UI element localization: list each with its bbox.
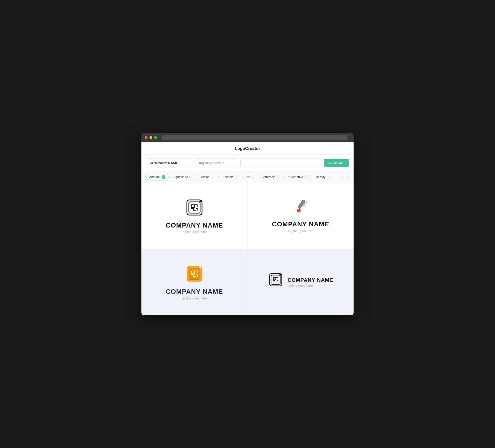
category-beauty-label: Beauty	[316, 175, 325, 179]
url-bar[interactable]	[162, 135, 347, 140]
category-airline[interactable]: Airline ✓	[198, 174, 218, 180]
logo-1-company-name: COMPANY NAME	[166, 222, 223, 229]
maximize-button[interactable]	[154, 136, 157, 139]
attorney-check-icon: ✓	[276, 175, 280, 179]
app-title: LogoCreator	[235, 146, 260, 151]
app-header: LogoCreator	[141, 142, 354, 155]
logo-2-company-name: COMPANY NAME	[272, 221, 329, 228]
logo-2-tagline: tagline goes here	[288, 229, 313, 233]
category-art-label: Art	[246, 175, 250, 179]
category-bar: Abstract ✓ Agriculture ✓ Airline ✓ Anima…	[141, 171, 354, 183]
logo-4-company-name: COMPANY NAME	[288, 277, 333, 283]
company-name-input[interactable]	[146, 158, 193, 168]
logo-icon-4	[268, 272, 283, 288]
agriculture-check-icon: ✓	[189, 175, 193, 179]
tagline-input[interactable]	[196, 158, 238, 168]
logo-card-3[interactable]: COMPANY NAME tagline goes here	[141, 249, 248, 315]
logo-3-company-name: COMPANY NAME	[166, 288, 223, 295]
category-beauty[interactable]: Beauty	[313, 174, 328, 180]
logo-icon-2	[290, 199, 311, 217]
category-agriculture-label: Agriculture	[174, 175, 188, 179]
logo-card-1[interactable]: COMPANY NAME tagline goes here	[141, 183, 248, 249]
close-button[interactable]	[145, 136, 148, 139]
logo-icon-3	[185, 264, 204, 284]
category-attorney-label: Attorney	[263, 175, 275, 179]
art-check-icon: ✓	[251, 175, 255, 179]
titlebar	[141, 133, 354, 142]
style-input[interactable]	[240, 158, 322, 168]
logo-3-tagline: tagline goes here	[182, 296, 207, 300]
category-animals-label: Animals	[222, 175, 233, 179]
logo-1-tagline: tagline goes here	[182, 230, 207, 234]
category-agriculture[interactable]: Agriculture ✓	[170, 174, 196, 180]
logo-grid: COMPANY NAME tagline goes here	[141, 183, 354, 315]
logo-4-text-group: COMPANY NAME tagline goes here	[288, 277, 333, 287]
categories-next-button[interactable]: →	[342, 174, 349, 180]
app-content: LogoCreator SEARCH Abstract ✓ Agricultur…	[141, 142, 354, 315]
logo-card-2[interactable]: COMPANY NAME tagline goes here	[248, 183, 354, 249]
category-attorney[interactable]: Attorney ✓	[260, 174, 283, 180]
category-art[interactable]: Art ✓	[243, 174, 258, 180]
minimize-button[interactable]	[150, 136, 152, 139]
category-airline-label: Airline	[201, 175, 209, 179]
category-automotive[interactable]: Automotive ✓	[285, 174, 311, 180]
logo-icon-1	[185, 198, 204, 218]
category-automotive-label: Automotive	[288, 175, 303, 179]
logo-card-4[interactable]: COMPANY NAME tagline goes here	[248, 249, 354, 315]
logo-4-tagline: tagline goes here	[288, 284, 333, 287]
search-bar: SEARCH	[141, 155, 354, 171]
search-button[interactable]: SEARCH	[324, 159, 349, 167]
category-animals[interactable]: Animals ✓	[220, 174, 241, 180]
animals-check-icon: ✓	[234, 175, 238, 179]
svg-point-3	[297, 209, 301, 212]
airline-check-icon: ✓	[211, 175, 215, 179]
category-abstract[interactable]: Abstract ✓	[146, 174, 168, 180]
automotive-check-icon: ✓	[304, 175, 308, 179]
browser-window: LogoCreator SEARCH Abstract ✓ Agricultur…	[141, 133, 354, 315]
abstract-check-icon: ✓	[162, 175, 165, 179]
category-abstract-label: Abstract	[149, 175, 161, 179]
